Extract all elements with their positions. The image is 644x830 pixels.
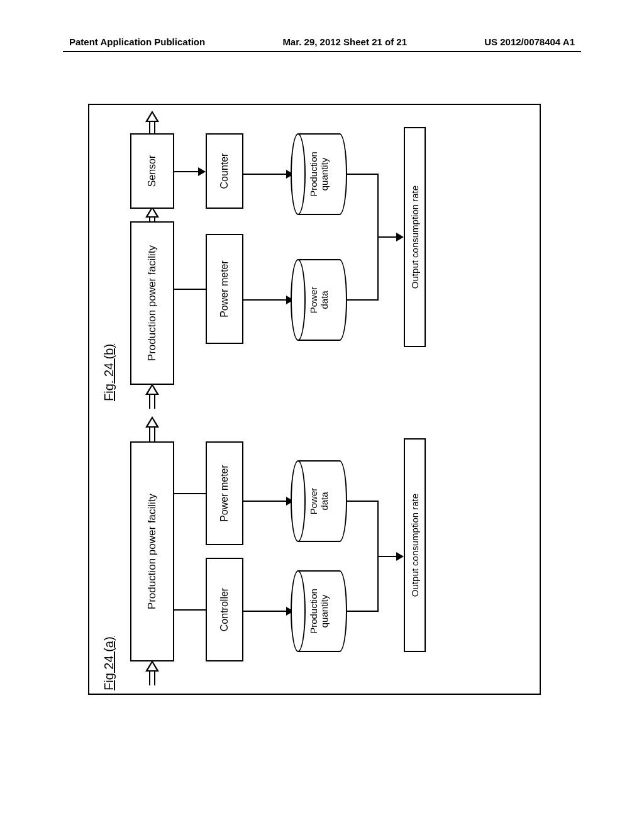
page-header: Patent Application Publication Mar. 29, …	[0, 0, 644, 51]
pub-type: Patent Application Publication	[69, 36, 205, 47]
pub-date-sheet: Mar. 29, 2012 Sheet 21 of 21	[282, 36, 407, 47]
pub-number: US 2012/0078404 A1	[484, 36, 575, 47]
header-rule	[63, 51, 581, 52]
